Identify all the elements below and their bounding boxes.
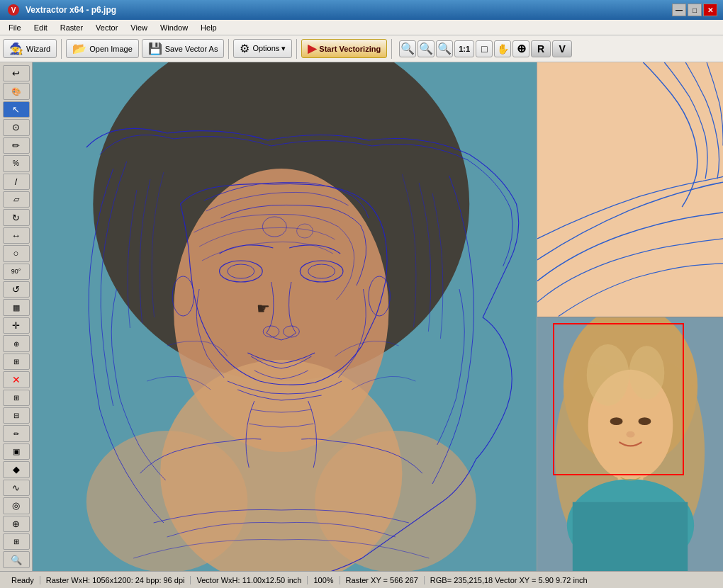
titlebar-left: V Vextractor x64 - p6.jpg: [6, 2, 116, 18]
circle-tool[interactable]: ◎: [3, 497, 30, 514]
svg-text:V: V: [11, 6, 16, 14]
svg-rect-27: [573, 502, 688, 571]
svg-point-29: [638, 417, 651, 425]
percent-tool[interactable]: %: [3, 155, 30, 171]
sep2: [228, 39, 229, 59]
menu-file[interactable]: File: [3, 22, 27, 33]
plugin-tool[interactable]: ⊕: [3, 516, 30, 532]
save-icon: 💾: [148, 42, 162, 55]
right-panel: [537, 62, 723, 571]
app-logo: V: [6, 2, 21, 18]
brush-tool[interactable]: ✏: [3, 425, 30, 441]
mode-v-button[interactable]: V: [552, 40, 572, 57]
zoom-1to1-button[interactable]: 1:1: [454, 40, 474, 57]
move-tool[interactable]: ✛: [3, 317, 30, 334]
preview-top: [537, 62, 723, 317]
curve-tool[interactable]: ∿: [3, 480, 30, 496]
save-label: Save Vector As: [165, 45, 218, 53]
delete-tool[interactable]: ✕: [3, 371, 30, 388]
wizard-button[interactable]: 🧙 Wizard: [3, 39, 57, 58]
svg-point-31: [629, 346, 665, 400]
skew-tool[interactable]: ▱: [3, 191, 30, 208]
status-zoom: 100%: [308, 576, 340, 584]
add-h-tool[interactable]: ⊞: [3, 390, 30, 406]
start-label: Start Vectorizing: [319, 45, 381, 53]
canvas-svg: ☛: [33, 62, 537, 571]
open-image-button[interactable]: 📂 Open Image: [66, 39, 139, 58]
minimize-button[interactable]: —: [672, 4, 686, 16]
mode-r-button[interactable]: R: [531, 40, 551, 57]
select-tool[interactable]: ↖: [3, 101, 30, 118]
toolbar: 🧙 Wizard 📂 Open Image 💾 Save Vector As ⚙…: [0, 35, 723, 62]
vector-info-text: Vector WxH: 11.00x12.50 inch: [196, 576, 301, 584]
ready-text: Ready: [11, 576, 34, 584]
crop-tool[interactable]: ⊞: [3, 354, 30, 370]
wizard-label: Wizard: [26, 45, 50, 53]
preview-top-svg: [537, 62, 723, 317]
rotate-tool[interactable]: ↻: [3, 209, 30, 225]
open-label: Open Image: [89, 45, 133, 53]
save-vector-button[interactable]: 💾 Save Vector As: [142, 39, 225, 58]
loupe-tool[interactable]: 🔍: [3, 551, 30, 567]
raster-xy-text: Raster XY = 566 267: [346, 576, 418, 584]
grid-tool[interactable]: ⊞: [3, 533, 30, 550]
menu-view[interactable]: View: [125, 22, 153, 33]
gradient-tool[interactable]: ▦: [3, 299, 30, 315]
window-title: Vextractor x64 - p6.jpg: [26, 5, 116, 15]
svg-point-28: [610, 417, 623, 425]
scale-h-tool[interactable]: ↔: [3, 227, 30, 244]
raster-info-text: Raster WxH: 1056x1200: 24 bpp: 96 dpi: [46, 576, 185, 584]
add-v-tool[interactable]: ⊟: [3, 407, 30, 424]
hand-tool-button[interactable]: ✋: [494, 40, 511, 57]
zoom-fit-button[interactable]: 🔍: [436, 40, 453, 57]
title-bar: V Vextractor x64 - p6.jpg — □ ✕: [0, 0, 723, 20]
zoom-window-button[interactable]: □: [476, 40, 493, 57]
zoom-controls: 🔍 🔍 🔍 1:1 □ ✋ ⊕ R V: [399, 40, 572, 57]
status-ready: Ready: [6, 576, 40, 584]
sep4: [391, 39, 392, 59]
line-tool[interactable]: /: [3, 174, 30, 190]
maximize-button[interactable]: □: [688, 4, 702, 16]
undo-tool[interactable]: ↩: [3, 65, 30, 81]
svg-point-30: [587, 344, 629, 406]
pencil-tool[interactable]: ✏: [3, 137, 30, 154]
rotate-ccw-tool[interactable]: ↺: [3, 281, 30, 298]
svg-point-32: [627, 431, 635, 437]
options-label: Options ▾: [252, 44, 286, 53]
svg-rect-19: [537, 62, 723, 317]
left-toolbar: ↩ 🎨 ↖ ⊙ ✏ % / ▱ ↻ ↔ ○ 90° ↺ ▦ ✛ ⊕ ⊞ ✕ ⊞ …: [0, 62, 33, 571]
preview-bottom: [537, 317, 723, 572]
menu-help[interactable]: Help: [195, 22, 223, 33]
status-raster-info: Raster WxH: 1056x1200: 24 bpp: 96 dpi: [40, 576, 191, 584]
status-rgb-info: RGB= 235,215,18 Vector XY = 5.90 9.72 in…: [425, 576, 593, 584]
status-bar: Ready Raster WxH: 1056x1200: 24 bpp: 96 …: [0, 571, 723, 588]
zoom-text: 100%: [313, 576, 333, 584]
titlebar-controls: — □ ✕: [672, 4, 717, 16]
zoom-in-button[interactable]: 🔍: [417, 40, 435, 57]
options-button[interactable]: ⚙ Options ▾: [233, 39, 292, 58]
menu-vector[interactable]: Vector: [90, 22, 123, 33]
close-button[interactable]: ✕: [703, 4, 717, 16]
menu-window[interactable]: Window: [155, 22, 194, 33]
zoom-out-button[interactable]: 🔍: [399, 40, 416, 57]
status-raster-xy: Raster XY = 566 267: [340, 576, 425, 584]
start-vectorizing-button[interactable]: ▶ Start Vectorizing: [301, 39, 387, 58]
crosshair-button[interactable]: ⊕: [512, 40, 529, 57]
svg-point-6: [86, 431, 248, 571]
color-tool[interactable]: 🎨: [3, 83, 30, 99]
menu-raster[interactable]: Raster: [55, 22, 89, 33]
node-tool[interactable]: ◆: [3, 461, 30, 477]
rgb-info-text: RGB= 235,215,18 Vector XY = 5.90 9.72 in…: [430, 576, 588, 584]
zoom-tool[interactable]: ⊕: [3, 335, 30, 351]
options-icon: ⚙: [240, 42, 250, 55]
rotate90-tool[interactable]: 90°: [3, 264, 30, 280]
main-layout: ↩ 🎨 ↖ ⊙ ✏ % / ▱ ↻ ↔ ○ 90° ↺ ▦ ✛ ⊕ ⊞ ✕ ⊞ …: [0, 62, 723, 571]
canvas-area[interactable]: ☛: [33, 62, 537, 571]
wizard-icon: 🧙: [9, 42, 23, 55]
menu-bar: File Edit Raster Vector View Window Help: [0, 20, 723, 35]
bucket-tool[interactable]: ▣: [3, 443, 30, 460]
menu-edit[interactable]: Edit: [28, 22, 53, 33]
sep1: [61, 39, 62, 59]
magic-wand-tool[interactable]: ⊙: [3, 119, 30, 135]
ellipse-tool[interactable]: ○: [3, 245, 30, 261]
